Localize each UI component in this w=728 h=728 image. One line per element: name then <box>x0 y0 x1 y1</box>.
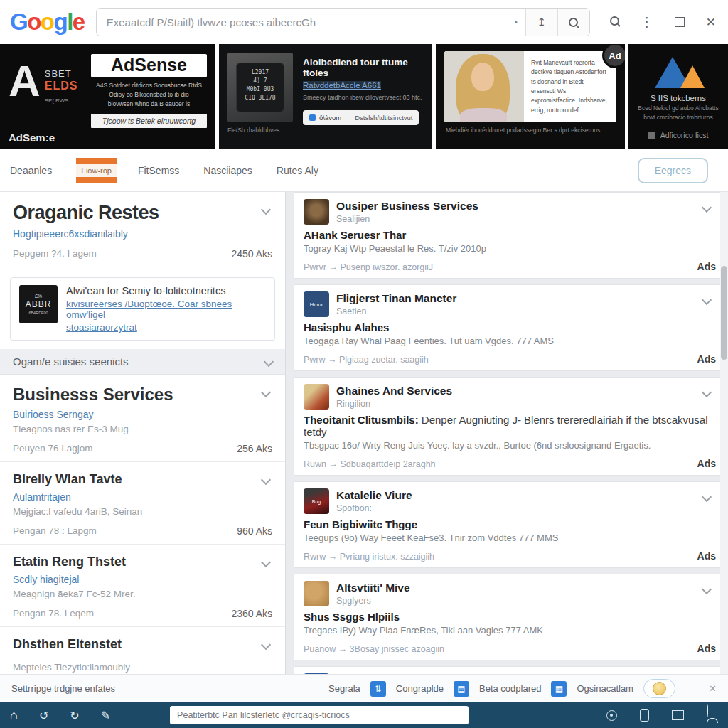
rewards-button[interactable] <box>643 679 675 698</box>
store-button[interactable]: ô\àvom <box>303 110 348 125</box>
ad-url[interactable]: Puanow → 3Bosay jnissec azoagiin <box>304 644 444 654</box>
logo-ad-banner[interactable]: S IIS tokcberns Bced Nekicf gd aubo Ahcb… <box>628 44 728 149</box>
ad-title: Ousiper Business Services <box>336 199 478 213</box>
coin-icon <box>653 682 666 695</box>
sponsored-result-card[interactable]: £% ABBR 6B4RDF00 Alwi'ean for Semiy fo-l… <box>10 277 275 341</box>
status-item[interactable]: Segrala <box>328 683 360 694</box>
testimonial-ad-banner[interactable]: Rvit Marievauft roerorta dectkve tiaquen… <box>436 44 625 149</box>
result-link[interactable]: Scdly hiagitejal <box>13 574 272 585</box>
status-item[interactable]: Beta codplared <box>479 683 541 694</box>
testimonial-text: Rvit Marievauft roerorta dectkve tiaquen… <box>524 51 616 122</box>
ad-heading: Feun Bigbiwiitc Thgge <box>304 518 417 530</box>
ads-label: Ads <box>697 353 716 365</box>
tab-bar: Deaanles Fiow-rop FitSemss Nasciiapes Ru… <box>0 149 728 192</box>
scrollbar-thumb[interactable] <box>721 266 727 360</box>
grid-icon[interactable]: ▦ <box>551 681 567 697</box>
tab-rutes-aly[interactable]: Rutes Aly <box>277 165 318 176</box>
sponsored-link[interactable]: kivisureerses /Buoptœoe. Coar sbnees omw… <box>66 299 266 320</box>
result-link[interactable]: Hogtipieeerc6xsdianilaibly <box>13 228 272 240</box>
dismiss-icon[interactable]: ✕ <box>709 683 717 694</box>
status-item[interactable]: Congraplde <box>396 683 444 694</box>
face-shape <box>471 63 494 91</box>
list-icon[interactable]: ▤ <box>454 681 469 697</box>
device-photo: L2017 4) 7 M0bI 0U3 CI0 3EI78 <box>228 53 293 122</box>
ad-result-card[interactable]: Altsvtiiti' Mive Spglyers Shus Ssggs Hlp… <box>294 574 728 660</box>
sponsored-link[interactable]: stoasiaraorzytrat <box>66 322 266 333</box>
main-content: Oraganic Restes Hogtipieeerc6xsdianilaib… <box>0 192 728 674</box>
monitor-icon[interactable] <box>672 710 684 720</box>
adsense-title: AdSense <box>91 54 207 77</box>
search-icon[interactable] <box>610 16 619 28</box>
ad-heading: Hasisphu Alahes <box>304 321 389 333</box>
profile-icon-active[interactable] <box>707 705 718 726</box>
tab-fitsemss[interactable]: FitSemss <box>138 165 179 176</box>
tab-deaanles[interactable]: Deaanles <box>10 165 52 176</box>
ad-result-card[interactable]: Ousiper Business Services Sealijien AHan… <box>294 192 728 279</box>
result-desc: Mepteies Tiezytio:liamoubly <box>13 662 272 673</box>
close-icon[interactable]: ✕ <box>706 15 716 30</box>
tab-nasciiapes[interactable]: Nasciiapes <box>203 165 252 176</box>
ad-subtitle: Spglyers <box>336 596 410 606</box>
bottom-search-input[interactable] <box>170 706 469 724</box>
ad-heading: Shus Ssggs Hlpiils <box>304 611 400 623</box>
ad-url[interactable]: Ruwn → Sdbuaqarttdeip 2araghh <box>304 459 436 469</box>
ad-result-card[interactable]: A Ajwiaaiuangtb Services Reg blan Wasee … <box>294 666 728 674</box>
ads-count: 256 Aks <box>237 443 272 454</box>
phone-icon[interactable] <box>640 709 649 722</box>
logo-letter: o <box>41 9 54 35</box>
sync-icon[interactable]: ⇅ <box>370 681 386 697</box>
ad-result-card[interactable]: Hmor Fligjerst Tinan Mancter Saetien Has… <box>294 284 728 371</box>
section-title: Bireily Wian Tavte <box>13 472 272 487</box>
history-icon[interactable]: ↺ <box>39 709 48 722</box>
device-ad-banner[interactable]: L2017 4) 7 M0bI 0U3 CI0 3EI78 Fle/Sb rha… <box>219 44 432 149</box>
scrollbar[interactable] <box>720 192 728 674</box>
ads-count: 2360 Aks <box>231 608 272 619</box>
banner-cta-button[interactable]: Tjcoow ts Betek eiruuwcortg <box>91 114 207 128</box>
timer-icon[interactable]: ◔ <box>505 16 525 28</box>
eegrecs-button[interactable]: Eegrecs <box>638 158 708 183</box>
banner-copy-line: blovwsen whno da B eauoer is <box>108 100 190 107</box>
menu-kebab-icon[interactable]: ⋮ <box>641 14 653 30</box>
magnifier-glyph <box>569 18 578 27</box>
result-link[interactable]: Aulamtritajen <box>13 491 272 503</box>
record-icon[interactable] <box>606 710 617 721</box>
share-icon[interactable]: ↥ <box>525 9 557 36</box>
ad-badge: Ad <box>602 44 625 68</box>
screen-line: L2017 <box>252 69 269 75</box>
chevron-down-icon[interactable] <box>264 356 274 366</box>
adsense-wordmark: AdSem:e <box>9 132 55 144</box>
home-icon[interactable]: ⌂ <box>10 708 18 723</box>
maximize-icon[interactable] <box>675 17 685 27</box>
ad-url[interactable]: Pwrw → Plgiaag zuetar. saagiih <box>304 355 429 365</box>
refresh-icon[interactable]: ↻ <box>70 709 79 722</box>
banner-brand-line: SE[ RWS <box>45 97 69 104</box>
adsense-banner[interactable]: A SBET ELDS SE[ RWS AdSense A4S Sotdoet … <box>0 44 215 149</box>
screen-line: CI0 3EI78 <box>245 95 275 101</box>
adsense-logo: A SBET ELDS SE[ RWS <box>9 54 91 139</box>
search-icon[interactable] <box>557 9 589 36</box>
compose-icon[interactable]: ✎ <box>101 709 110 722</box>
status-left-text: Settrripge trdgjne enfates <box>11 683 115 694</box>
app-icon <box>648 132 655 139</box>
photo-caption: Fle/Sb rhabldbbves <box>228 127 296 134</box>
install-button[interactable]: Dstslsh/tdtitsinctvut <box>348 110 419 125</box>
section-title: Businesss Services <box>13 385 272 405</box>
ads-label: Ads <box>697 643 716 654</box>
result-link[interactable]: Buirioess Serngay <box>13 409 272 420</box>
ad-url[interactable]: Rwrw → Pvriang iristux: szzaigiih <box>304 552 434 562</box>
tab-fiow-rop-active[interactable]: Fiow-rop <box>76 158 117 183</box>
ad-url[interactable]: Pwrvr → Pusenp iwszor. azorgiiJ <box>304 262 433 272</box>
organic-section-header[interactable]: Ogam/e suisies seenicts <box>0 349 285 375</box>
ad-result-card[interactable]: Ghaines And Services Ringilion Theoitani… <box>294 377 728 476</box>
ad-subtitle: Spofbon: <box>336 503 412 513</box>
banner-link[interactable]: RatvddetbAccle A661 <box>303 81 381 90</box>
search-input[interactable] <box>97 16 505 28</box>
ad-result-card[interactable]: Bng Katalelie Viure Spofbon: Feun Bigbiw… <box>294 481 728 568</box>
result-meta: Pepgem ?4. I agem <box>13 248 97 259</box>
letter-a-logo: A <box>9 61 41 139</box>
search-bar[interactable]: ◔ ↥ <box>96 8 590 36</box>
store-icon <box>309 114 316 121</box>
status-item[interactable]: Ogsinacatlam <box>577 683 633 694</box>
banner-copy-line: A4S Sotdoet ditdicos Socusbucse RtdS <box>96 82 202 89</box>
left-column: Oraganic Restes Hogtipieeerc6xsdianilaib… <box>0 192 286 674</box>
